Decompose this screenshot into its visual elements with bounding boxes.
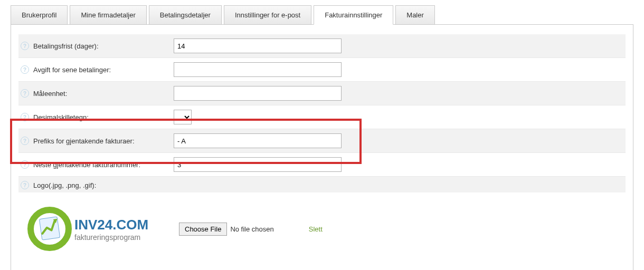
- label-late-fee: Avgift for sene betalinger:: [33, 66, 111, 74]
- row-unit: ? Måleenhet:: [18, 82, 626, 105]
- tab-email-settings[interactable]: Innstillinger for e-post: [224, 5, 311, 25]
- label-next-recurring-number: Neste gjentakende fakturanummer:: [33, 161, 140, 169]
- row-late-fee: ? Avgift for sene betalinger:: [18, 58, 626, 82]
- input-late-fee[interactable]: [174, 62, 342, 77]
- tab-templates[interactable]: Maler: [395, 5, 435, 25]
- row-recurring-prefix: ? Prefiks for gjentakende fakturaer:: [18, 129, 626, 153]
- row-next-recurring-number: ? Neste gjentakende fakturanummer:: [18, 153, 626, 177]
- logo-subtitle: faktureringsprogram: [74, 233, 140, 242]
- logo-image: INV24.COM faktureringsprogram: [21, 198, 158, 260]
- select-decimal-separator[interactable]: ,: [174, 110, 192, 124]
- help-icon[interactable]: ?: [21, 65, 29, 74]
- input-payment-deadline[interactable]: [174, 38, 342, 53]
- help-icon[interactable]: ?: [21, 181, 29, 189]
- input-unit[interactable]: [174, 86, 342, 101]
- delete-logo-link[interactable]: Slett: [309, 225, 323, 233]
- form-area: ? Betalingsfrist (dager): ? Avgift for s…: [11, 25, 633, 270]
- input-next-recurring-number[interactable]: [174, 157, 342, 172]
- row-logo-label: ? Logo(.jpg, .png, .gif):: [18, 177, 626, 192]
- row-payment-deadline: ? Betalingsfrist (dager):: [18, 34, 626, 58]
- tab-payment-details[interactable]: Betalingsdetaljer: [149, 5, 222, 25]
- tab-user-profile[interactable]: Brukerprofil: [11, 5, 68, 25]
- tabs-bar: Brukerprofil Mine firmadetaljer Betaling…: [11, 5, 633, 25]
- label-decimal-separator: Desimalskilletegn:: [33, 113, 89, 121]
- file-upload-control: Choose File No file chosen Slett: [179, 223, 323, 236]
- help-icon[interactable]: ?: [21, 89, 29, 98]
- label-payment-deadline: Betalingsfrist (dager):: [33, 42, 99, 50]
- tab-invoice-settings[interactable]: Fakturainnstillinger: [314, 5, 393, 25]
- row-decimal-separator: ? Desimalskilletegn: ,: [18, 105, 626, 129]
- help-icon[interactable]: ?: [21, 42, 29, 50]
- help-icon[interactable]: ?: [21, 113, 29, 121]
- help-icon[interactable]: ?: [21, 137, 29, 145]
- label-unit: Måleenhet:: [33, 90, 67, 98]
- tab-company-details[interactable]: Mine firmadetaljer: [70, 5, 146, 25]
- choose-file-button[interactable]: Choose File: [179, 223, 227, 236]
- input-recurring-prefix[interactable]: [174, 133, 342, 148]
- settings-panel: ? Betalingsfrist (dager): ? Avgift for s…: [11, 24, 633, 270]
- label-recurring-prefix: Prefiks for gjentakende fakturaer:: [33, 137, 135, 145]
- settings-container: Brukerprofil Mine firmadetaljer Betaling…: [0, 0, 644, 270]
- help-icon[interactable]: ?: [21, 160, 29, 169]
- logo-svg: INV24.COM faktureringsprogram: [26, 205, 153, 253]
- logo-brand-text: INV24.COM: [74, 217, 148, 233]
- row-logo-content: INV24.COM faktureringsprogram Choose Fil…: [18, 192, 626, 265]
- label-logo: Logo(.jpg, .png, .gif):: [33, 181, 96, 189]
- file-chosen-text: No file chosen: [230, 225, 273, 233]
